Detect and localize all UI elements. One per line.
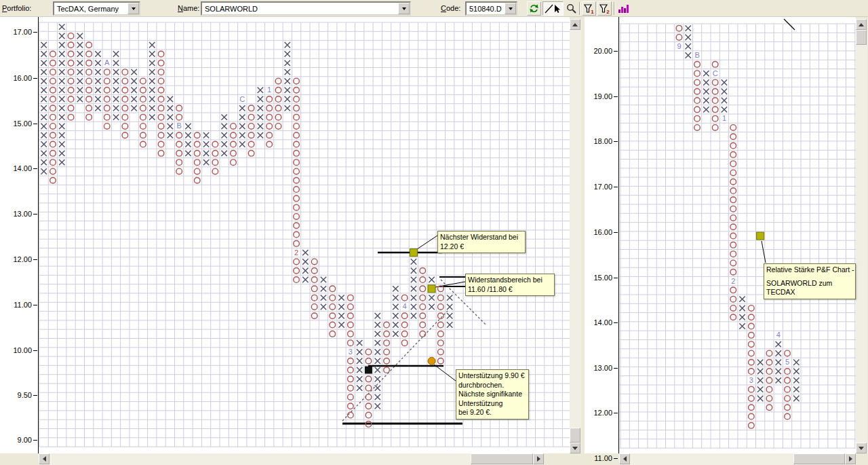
pf-column xyxy=(50,51,56,183)
left-arrow-icon xyxy=(623,456,627,462)
y-axis-tick xyxy=(33,350,37,351)
relative-strength-pf-chart[interactable]: 9BC12345 xyxy=(619,17,856,453)
pf-column xyxy=(438,286,444,364)
code-value: 510840.D xyxy=(467,5,505,13)
right-horizontal-scrollbar[interactable] xyxy=(619,453,856,465)
y-axis-label: 9.00 xyxy=(18,436,32,444)
scroll-down-button[interactable] xyxy=(570,443,580,453)
right-arrow-icon xyxy=(849,456,852,462)
toolbar-separator xyxy=(614,2,615,15)
scroll-thumb[interactable] xyxy=(856,30,867,45)
y-axis-tick xyxy=(33,214,37,215)
pf-column xyxy=(375,313,380,409)
y-axis-label: 14.00 xyxy=(593,318,612,327)
y-axis-tick xyxy=(614,187,618,187)
signal-marker xyxy=(410,249,417,257)
y-axis-label: 15.00 xyxy=(13,119,32,128)
y-axis-tick xyxy=(614,322,618,323)
signal-marker xyxy=(428,357,435,365)
pf-column xyxy=(793,360,799,402)
down-arrow-icon xyxy=(572,447,578,450)
y-axis-tick xyxy=(33,32,37,33)
trendline-tool-button[interactable] xyxy=(542,1,564,16)
funnel-1-icon: 1 xyxy=(583,3,595,14)
y-axis-label: 11.00 xyxy=(14,301,32,309)
pf-column xyxy=(231,124,237,166)
right-y-axis: 20.0019.0018.0017.0016.0015.0014.0013.00… xyxy=(585,17,619,453)
month-label: A xyxy=(104,58,110,67)
annotation-callout: Widerstandsbereich bei11.60 /11.80 € xyxy=(465,274,555,296)
y-axis-label: 20.00 xyxy=(593,47,612,55)
pf-column xyxy=(167,96,173,138)
scroll-right-button[interactable] xyxy=(845,453,856,464)
name-select[interactable]: SOLARWORLD xyxy=(201,1,411,16)
left-horizontal-scrollbar[interactable] xyxy=(39,453,544,465)
portfolio-select[interactable]: TecDAX, Germany xyxy=(53,1,140,16)
scroll-left-button[interactable] xyxy=(39,453,50,464)
pf-filter-1-button[interactable]: 1 xyxy=(582,1,596,16)
pf-column xyxy=(776,341,781,384)
y-axis-tick xyxy=(614,232,618,233)
scroll-thumb[interactable] xyxy=(471,453,533,464)
chevron-down-icon xyxy=(402,7,406,10)
pf-column xyxy=(239,105,245,147)
month-label: 4 xyxy=(403,302,407,310)
signal-marker xyxy=(428,285,435,293)
dropdown-arrow-button[interactable] xyxy=(505,3,516,14)
code-select[interactable]: 510840.D xyxy=(465,1,517,16)
chevron-down-icon xyxy=(509,7,513,10)
left-vertical-scrollbar[interactable] xyxy=(570,19,581,453)
y-axis-label: 11.00 xyxy=(594,454,612,462)
y-axis-label: 15.00 xyxy=(593,274,612,282)
down-arrow-icon xyxy=(859,447,864,450)
pf-filter-2-button[interactable]: 2 xyxy=(597,1,612,16)
grid-layer xyxy=(619,24,856,448)
pf-column xyxy=(149,42,155,120)
pf-chart-application: Portfolio: TecDAX, Germany Name: SOLARWO… xyxy=(0,0,868,465)
relative-strength-panel: 20.0019.0018.0017.0016.0015.0014.0013.00… xyxy=(585,17,868,465)
refresh-icon xyxy=(529,3,539,14)
scroll-thumb[interactable] xyxy=(793,453,845,464)
month-label: 3 xyxy=(749,376,753,384)
y-axis-label: 13.00 xyxy=(13,210,32,218)
y-axis-tick xyxy=(33,440,37,441)
scroll-up-button[interactable] xyxy=(570,19,580,30)
y-axis-tick xyxy=(614,141,618,142)
scroll-down-button[interactable] xyxy=(856,443,867,453)
histogram-icon xyxy=(618,3,631,14)
scroll-right-button[interactable] xyxy=(533,453,544,464)
toolbar-separator xyxy=(579,2,580,15)
y-axis-tick xyxy=(614,458,618,459)
month-label: C xyxy=(713,69,718,77)
dropdown-arrow-button[interactable] xyxy=(398,3,410,14)
month-label: 3 xyxy=(349,348,353,356)
y-axis-label: 16.00 xyxy=(13,74,32,82)
signal-marker xyxy=(757,232,764,240)
scroll-left-button[interactable] xyxy=(619,453,630,464)
y-axis-tick xyxy=(614,96,618,97)
scroll-thumb[interactable] xyxy=(570,428,580,443)
y-axis-tick xyxy=(33,259,37,260)
right-vertical-scrollbar[interactable] xyxy=(856,19,867,453)
y-axis-label: 14.00 xyxy=(13,164,32,172)
pf-column xyxy=(766,350,772,410)
month-label: 2 xyxy=(731,277,735,285)
month-label: 1 xyxy=(722,114,726,122)
code-label: Code: xyxy=(441,4,460,12)
pf-column xyxy=(703,71,709,113)
portfolio-value: TecDAX, Germany xyxy=(54,5,127,13)
y-axis-label: 17.00 xyxy=(593,183,612,191)
histogram-button[interactable] xyxy=(616,1,633,16)
y-axis-tick xyxy=(33,305,37,305)
y-axis-label: 12.00 xyxy=(13,255,32,263)
dropdown-arrow-button[interactable] xyxy=(127,3,139,14)
scroll-up-button[interactable] xyxy=(856,19,867,30)
zoom-icon xyxy=(566,3,577,14)
y-axis-tick xyxy=(33,78,37,79)
zoom-button[interactable] xyxy=(565,1,578,16)
month-label: 2 xyxy=(294,248,298,257)
trendline-pointer-icon xyxy=(544,3,562,14)
pf-column xyxy=(221,114,226,156)
pf-column xyxy=(757,360,763,402)
refresh-button[interactable] xyxy=(527,1,541,16)
